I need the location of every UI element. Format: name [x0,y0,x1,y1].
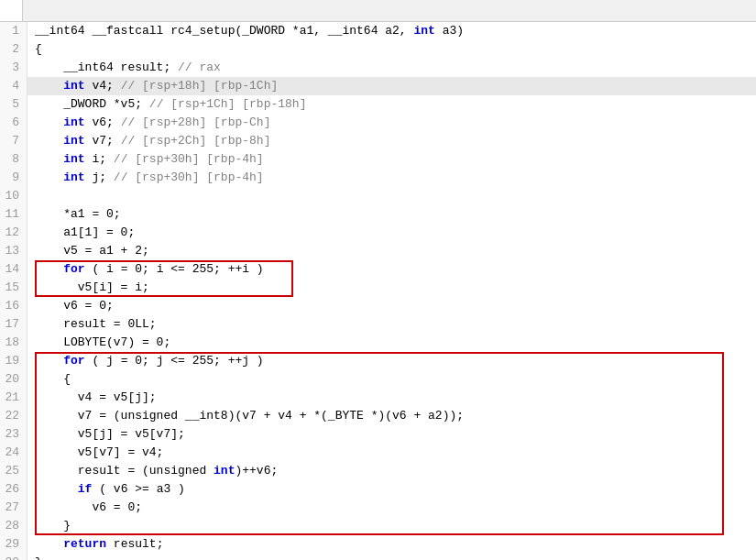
line-number: 10 [0,187,27,205]
code-line: 20 { [0,370,756,389]
line-number: 15 [0,279,27,297]
line-content: result = 0LL; [27,315,756,334]
line-content: } [27,517,756,535]
line-number: 12 [0,224,27,242]
code-line: 2{ [0,40,756,59]
line-content: LOBYTE(v7) = 0; [27,334,756,352]
code-line: 19 for ( j = 0; j <= 255; ++j ) [0,352,756,370]
code-line: 13 v5 = a1 + 2; [0,242,756,260]
line-number: 17 [0,315,27,334]
line-content: v6 = 0; [27,499,756,517]
line-content: __int64 result; // rax [27,59,756,77]
line-number: 5 [0,95,27,114]
line-number: 18 [0,334,27,352]
line-number: 29 [0,535,27,554]
line-content: v6 = 0; [27,297,756,315]
overlay-container: 1__int64 __fastcall rc4_setup(_DWORD *a1… [0,22,756,560]
line-content: v7 = (unsigned __int8)(v7 + v4 + *(_BYTE… [27,407,756,425]
line-number: 19 [0,352,27,370]
line-content: int v4; // [rsp+18h] [rbp-1Ch] [27,77,756,95]
code-line: 22 v7 = (unsigned __int8)(v7 + v4 + *(_B… [0,407,756,425]
line-content: for ( j = 0; j <= 255; ++j ) [27,352,756,370]
tab[interactable] [0,0,23,21]
code-line: 27 v6 = 0; [0,499,756,517]
line-number: 30 [0,554,27,560]
line-number: 23 [0,425,27,444]
line-number: 16 [0,297,27,315]
line-number: 20 [0,370,27,389]
code-line: 24 v5[v7] = v4; [0,444,756,462]
code-line: 8 int i; // [rsp+30h] [rbp-4h] [0,150,756,169]
line-number: 8 [0,150,27,169]
line-number: 22 [0,407,27,425]
line-content: for ( i = 0; i <= 255; ++i ) [27,260,756,279]
code-line: 11 *a1 = 0; [0,205,756,224]
line-number: 9 [0,169,27,187]
line-number: 6 [0,114,27,132]
code-line: 26 if ( v6 >= a3 ) [0,480,756,499]
code-line: 14 for ( i = 0; i <= 255; ++i ) [0,260,756,279]
line-number: 27 [0,499,27,517]
line-content: int j; // [rsp+30h] [rbp-4h] [27,169,756,187]
code-line: 23 v5[j] = v5[v7]; [0,425,756,444]
code-line: 6 int v6; // [rsp+28h] [rbp-Ch] [0,114,756,132]
code-line: 28 } [0,517,756,535]
code-line: 9 int j; // [rsp+30h] [rbp-4h] [0,169,756,187]
line-content: int v7; // [rsp+2Ch] [rbp-8h] [27,132,756,150]
line-content: { [27,370,756,389]
code-line: 25 result = (unsigned int)++v6; [0,462,756,480]
line-number: 14 [0,260,27,279]
code-line: 4 int v4; // [rsp+18h] [rbp-1Ch] [0,77,756,95]
line-content: __int64 __fastcall rc4_setup(_DWORD *a1,… [27,22,756,40]
line-content: { [27,40,756,59]
code-line: 15 v5[i] = i; [0,279,756,297]
line-content: if ( v6 >= a3 ) [27,480,756,499]
code-line: 1__int64 __fastcall rc4_setup(_DWORD *a1… [0,22,756,40]
code-container: 1__int64 __fastcall rc4_setup(_DWORD *a1… [0,0,756,560]
line-number: 7 [0,132,27,150]
line-content: int v6; // [rsp+28h] [rbp-Ch] [27,114,756,132]
code-line: 12 a1[1] = 0; [0,224,756,242]
line-content: _DWORD *v5; // [rsp+1Ch] [rbp-18h] [27,95,756,114]
line-content: return result; [27,535,756,554]
code-line: 30} [0,554,756,560]
code-line: 7 int v7; // [rsp+2Ch] [rbp-8h] [0,132,756,150]
line-number: 2 [0,40,27,59]
code-line: 16 v6 = 0; [0,297,756,315]
line-content: v5[i] = i; [27,279,756,297]
line-number: 11 [0,205,27,224]
line-content: int i; // [rsp+30h] [rbp-4h] [27,150,756,169]
code-area: 1__int64 __fastcall rc4_setup(_DWORD *a1… [0,22,756,560]
code-line: 3 __int64 result; // rax [0,59,756,77]
line-content: v5 = a1 + 2; [27,242,756,260]
line-number: 3 [0,59,27,77]
line-number: 24 [0,444,27,462]
code-line: 10 [0,187,756,205]
code-line: 18 LOBYTE(v7) = 0; [0,334,756,352]
line-content: result = (unsigned int)++v6; [27,462,756,480]
line-content: v4 = v5[j]; [27,389,756,407]
line-number: 21 [0,389,27,407]
line-content: *a1 = 0; [27,205,756,224]
line-number: 26 [0,480,27,499]
code-line: 5 _DWORD *v5; // [rsp+1Ch] [rbp-18h] [0,95,756,114]
code-line: 29 return result; [0,535,756,554]
line-content: v5[v7] = v4; [27,444,756,462]
line-number: 4 [0,77,27,95]
line-content: } [27,554,756,560]
code-line: 17 result = 0LL; [0,315,756,334]
line-content: a1[1] = 0; [27,224,756,242]
line-number: 28 [0,517,27,535]
line-number: 13 [0,242,27,260]
line-content [27,187,756,205]
tab-bar [0,0,756,22]
line-number: 1 [0,22,27,40]
line-number: 25 [0,462,27,480]
code-line: 21 v4 = v5[j]; [0,389,756,407]
line-content: v5[j] = v5[v7]; [27,425,756,444]
